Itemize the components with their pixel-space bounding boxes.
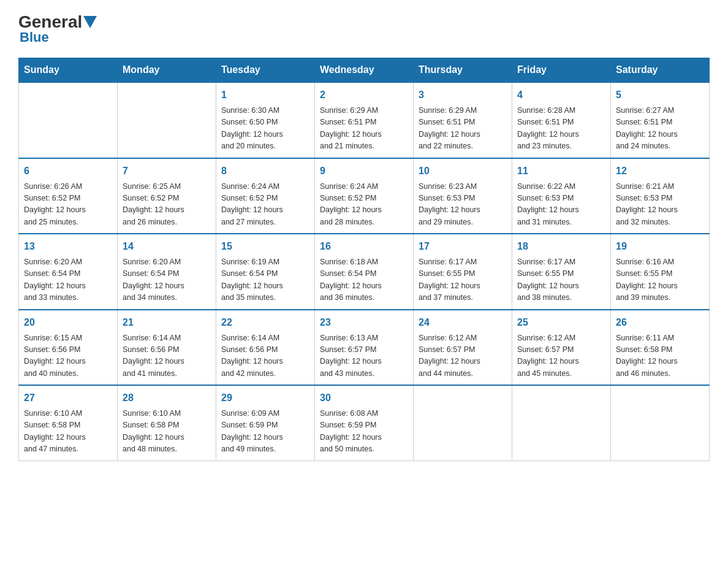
calendar-header-wednesday: Wednesday: [315, 58, 414, 83]
day-info: Sunrise: 6:18 AMSunset: 6:54 PMDaylight:…: [320, 256, 408, 304]
calendar-cell: 21Sunrise: 6:14 AMSunset: 6:56 PMDayligh…: [118, 310, 216, 386]
day-number: 23: [320, 315, 408, 330]
week-row-1: 1Sunrise: 6:30 AMSunset: 6:50 PMDaylight…: [19, 82, 710, 158]
day-info: Sunrise: 6:14 AMSunset: 6:56 PMDaylight:…: [123, 332, 211, 380]
day-number: 10: [419, 164, 507, 178]
calendar-header-row: SundayMondayTuesdayWednesdayThursdayFrid…: [19, 58, 710, 83]
calendar-cell: [118, 82, 216, 158]
day-info: Sunrise: 6:15 AMSunset: 6:56 PMDaylight:…: [24, 332, 112, 380]
logo-blue-text: Blue: [20, 29, 49, 45]
calendar-cell: 26Sunrise: 6:11 AMSunset: 6:58 PMDayligh…: [611, 310, 710, 386]
day-info: Sunrise: 6:17 AMSunset: 6:55 PMDaylight:…: [517, 256, 605, 304]
day-info: Sunrise: 6:20 AMSunset: 6:54 PMDaylight:…: [123, 256, 211, 304]
calendar-cell: 30Sunrise: 6:08 AMSunset: 6:59 PMDayligh…: [315, 385, 414, 461]
day-info: Sunrise: 6:10 AMSunset: 6:58 PMDaylight:…: [123, 408, 211, 456]
calendar-cell: 28Sunrise: 6:10 AMSunset: 6:58 PMDayligh…: [118, 385, 216, 461]
day-number: 3: [419, 88, 507, 102]
day-number: 20: [24, 315, 112, 330]
day-number: 2: [320, 88, 408, 102]
calendar-cell: 15Sunrise: 6:19 AMSunset: 6:54 PMDayligh…: [216, 234, 315, 310]
day-number: 4: [517, 88, 605, 102]
day-number: 26: [616, 315, 704, 330]
calendar-cell: 25Sunrise: 6:12 AMSunset: 6:57 PMDayligh…: [512, 310, 611, 386]
day-number: 13: [24, 239, 112, 254]
calendar-cell: 14Sunrise: 6:20 AMSunset: 6:54 PMDayligh…: [118, 234, 216, 310]
calendar-cell: 7Sunrise: 6:25 AMSunset: 6:52 PMDaylight…: [118, 158, 216, 234]
day-info: Sunrise: 6:25 AMSunset: 6:52 PMDaylight:…: [123, 181, 211, 229]
day-info: Sunrise: 6:27 AMSunset: 6:51 PMDaylight:…: [616, 105, 704, 153]
calendar-cell: 16Sunrise: 6:18 AMSunset: 6:54 PMDayligh…: [315, 234, 414, 310]
day-info: Sunrise: 6:28 AMSunset: 6:51 PMDaylight:…: [517, 105, 605, 153]
day-info: Sunrise: 6:13 AMSunset: 6:57 PMDaylight:…: [320, 332, 408, 380]
day-info: Sunrise: 6:30 AMSunset: 6:50 PMDaylight:…: [221, 105, 309, 153]
day-info: Sunrise: 6:22 AMSunset: 6:53 PMDaylight:…: [517, 181, 605, 229]
calendar-cell: 17Sunrise: 6:17 AMSunset: 6:55 PMDayligh…: [414, 234, 512, 310]
calendar-table: SundayMondayTuesdayWednesdayThursdayFrid…: [18, 58, 710, 461]
calendar-cell: 22Sunrise: 6:14 AMSunset: 6:56 PMDayligh…: [216, 310, 315, 386]
calendar-cell: 20Sunrise: 6:15 AMSunset: 6:56 PMDayligh…: [19, 310, 118, 386]
day-info: Sunrise: 6:16 AMSunset: 6:55 PMDaylight:…: [616, 256, 704, 304]
calendar-cell: 10Sunrise: 6:23 AMSunset: 6:53 PMDayligh…: [414, 158, 512, 234]
calendar-header-saturday: Saturday: [611, 58, 710, 83]
day-number: 8: [221, 164, 309, 178]
day-number: 25: [517, 315, 605, 330]
calendar-cell: 6Sunrise: 6:26 AMSunset: 6:52 PMDaylight…: [19, 158, 118, 234]
calendar-cell: 3Sunrise: 6:29 AMSunset: 6:51 PMDaylight…: [414, 82, 512, 158]
day-info: Sunrise: 6:09 AMSunset: 6:59 PMDaylight:…: [221, 408, 309, 456]
calendar-cell: 5Sunrise: 6:27 AMSunset: 6:51 PMDaylight…: [611, 82, 710, 158]
day-number: 29: [221, 391, 309, 405]
day-info: Sunrise: 6:21 AMSunset: 6:53 PMDaylight:…: [616, 181, 704, 229]
calendar-cell: 29Sunrise: 6:09 AMSunset: 6:59 PMDayligh…: [216, 385, 315, 461]
week-row-5: 27Sunrise: 6:10 AMSunset: 6:58 PMDayligh…: [19, 385, 710, 461]
calendar-cell: 19Sunrise: 6:16 AMSunset: 6:55 PMDayligh…: [611, 234, 710, 310]
day-number: 21: [123, 315, 211, 330]
day-info: Sunrise: 6:24 AMSunset: 6:52 PMDaylight:…: [320, 181, 408, 229]
day-info: Sunrise: 6:14 AMSunset: 6:56 PMDaylight:…: [221, 332, 309, 380]
calendar-cell: 9Sunrise: 6:24 AMSunset: 6:52 PMDaylight…: [315, 158, 414, 234]
calendar-header-tuesday: Tuesday: [216, 58, 315, 83]
calendar-cell: 24Sunrise: 6:12 AMSunset: 6:57 PMDayligh…: [414, 310, 512, 386]
day-number: 28: [123, 391, 211, 405]
page-header: General Blue: [18, 12, 710, 45]
day-number: 16: [320, 239, 408, 254]
day-number: 7: [123, 164, 211, 178]
calendar-cell: [611, 385, 710, 461]
day-number: 11: [517, 164, 605, 178]
day-number: 24: [419, 315, 507, 330]
calendar-cell: 18Sunrise: 6:17 AMSunset: 6:55 PMDayligh…: [512, 234, 611, 310]
day-info: Sunrise: 6:17 AMSunset: 6:55 PMDaylight:…: [419, 256, 507, 304]
calendar-cell: 23Sunrise: 6:13 AMSunset: 6:57 PMDayligh…: [315, 310, 414, 386]
logo-triangle-icon: [83, 16, 97, 28]
day-info: Sunrise: 6:19 AMSunset: 6:54 PMDaylight:…: [221, 256, 309, 304]
calendar-cell: 1Sunrise: 6:30 AMSunset: 6:50 PMDaylight…: [216, 82, 315, 158]
logo: General Blue: [18, 12, 97, 45]
calendar-cell: [19, 82, 118, 158]
calendar-cell: 2Sunrise: 6:29 AMSunset: 6:51 PMDaylight…: [315, 82, 414, 158]
calendar-cell: [414, 385, 512, 461]
calendar-header-sunday: Sunday: [19, 58, 118, 83]
week-row-3: 13Sunrise: 6:20 AMSunset: 6:54 PMDayligh…: [19, 234, 710, 310]
calendar-cell: 11Sunrise: 6:22 AMSunset: 6:53 PMDayligh…: [512, 158, 611, 234]
day-info: Sunrise: 6:10 AMSunset: 6:58 PMDaylight:…: [24, 408, 112, 456]
day-info: Sunrise: 6:12 AMSunset: 6:57 PMDaylight:…: [419, 332, 507, 380]
day-info: Sunrise: 6:29 AMSunset: 6:51 PMDaylight:…: [320, 105, 408, 153]
calendar-cell: 12Sunrise: 6:21 AMSunset: 6:53 PMDayligh…: [611, 158, 710, 234]
day-info: Sunrise: 6:26 AMSunset: 6:52 PMDaylight:…: [24, 181, 112, 229]
calendar-header-friday: Friday: [512, 58, 611, 83]
day-info: Sunrise: 6:08 AMSunset: 6:59 PMDaylight:…: [320, 408, 408, 456]
day-number: 14: [123, 239, 211, 254]
day-number: 17: [419, 239, 507, 254]
day-number: 1: [221, 88, 309, 102]
svg-marker-0: [83, 16, 97, 28]
day-info: Sunrise: 6:11 AMSunset: 6:58 PMDaylight:…: [616, 332, 704, 380]
day-info: Sunrise: 6:12 AMSunset: 6:57 PMDaylight:…: [517, 332, 605, 380]
day-info: Sunrise: 6:23 AMSunset: 6:53 PMDaylight:…: [419, 181, 507, 229]
day-number: 12: [616, 164, 704, 178]
week-row-2: 6Sunrise: 6:26 AMSunset: 6:52 PMDaylight…: [19, 158, 710, 234]
logo-blue-part: [82, 16, 97, 28]
day-number: 6: [24, 164, 112, 178]
calendar-cell: 8Sunrise: 6:24 AMSunset: 6:52 PMDaylight…: [216, 158, 315, 234]
day-number: 27: [24, 391, 112, 405]
day-number: 19: [616, 239, 704, 254]
day-info: Sunrise: 6:24 AMSunset: 6:52 PMDaylight:…: [221, 181, 309, 229]
